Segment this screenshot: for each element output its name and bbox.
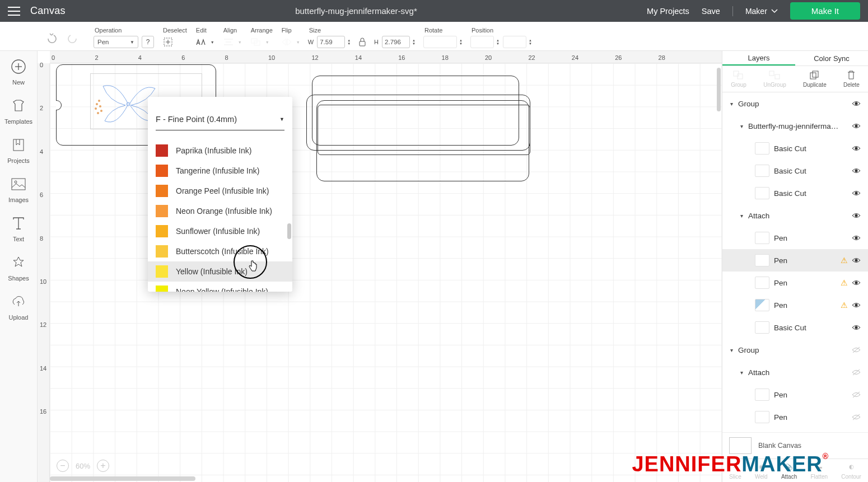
visibility-off-icon[interactable] bbox=[851, 368, 862, 376]
color-option[interactable]: Yellow (Infusible Ink) bbox=[148, 261, 292, 282]
ruler-tick: 10 bbox=[40, 278, 46, 285]
sidebar-item-shapes[interactable]: Shapes bbox=[8, 254, 29, 282]
deselect-label: Deselect bbox=[162, 27, 187, 34]
zoom-in-button[interactable]: + bbox=[97, 460, 109, 472]
zoom-value: 60% bbox=[76, 462, 90, 470]
height-value: 2.796 bbox=[385, 39, 401, 45]
machine-dropdown[interactable]: Maker bbox=[745, 7, 778, 16]
visibility-on-icon[interactable] bbox=[851, 167, 862, 175]
layer-row[interactable]: Pen⚠ bbox=[722, 272, 868, 294]
layer-row[interactable]: Pen bbox=[722, 406, 868, 428]
layer-row[interactable]: Pen⚠ bbox=[722, 294, 868, 316]
ruler-tick: 12 bbox=[311, 54, 318, 61]
color-name: Yellow (Infusible Ink) bbox=[176, 267, 248, 276]
ruler-tick: 4 bbox=[40, 148, 43, 155]
action-duplicate[interactable]: Duplicate bbox=[803, 70, 827, 88]
visibility-on-icon[interactable] bbox=[851, 212, 862, 219]
canvas-scrollbar-v[interactable] bbox=[717, 68, 721, 111]
arrange-icon bbox=[250, 36, 262, 48]
height-input[interactable]: 2.796 bbox=[382, 36, 410, 48]
select-all-icon[interactable] bbox=[162, 36, 174, 48]
sidebar-item-projects[interactable]: Projects bbox=[7, 136, 30, 164]
ruler-tick: 16 bbox=[398, 54, 405, 61]
visibility-on-icon[interactable] bbox=[851, 189, 862, 197]
trash-icon bbox=[847, 70, 856, 80]
height-stepper[interactable]: ▲▼ bbox=[412, 39, 416, 45]
color-option[interactable]: Neon Orange (Infusible Ink) bbox=[148, 201, 292, 221]
redo-icon[interactable] bbox=[66, 32, 78, 44]
sidebar-item-new[interactable]: New bbox=[10, 58, 27, 86]
layer-row[interactable]: Basic Cut bbox=[722, 137, 868, 160]
action-delete[interactable]: Delete bbox=[843, 70, 860, 88]
color-list-scrollbar[interactable] bbox=[287, 223, 291, 239]
visibility-on-icon[interactable] bbox=[851, 122, 862, 130]
sidebar-item-upload[interactable]: Upload bbox=[9, 293, 29, 321]
position-label: Position bbox=[470, 27, 532, 34]
layer-row[interactable]: Basic Cut bbox=[722, 182, 868, 204]
action-contour: ◐Contour bbox=[841, 462, 861, 480]
color-option[interactable]: Butterscotch (Infusible Ink) bbox=[148, 241, 292, 261]
canvas-area[interactable]: 0246810121416182022242628 0246810121416 bbox=[38, 51, 722, 482]
make-it-button[interactable]: Make It bbox=[790, 2, 860, 20]
pen-color-list: Paprika (Infusible Ink)Tangerine (Infusi… bbox=[148, 141, 292, 292]
layer-row[interactable]: ▾Butterfly-mug-jenniferma… bbox=[722, 115, 868, 137]
canvas-scrollbar-h[interactable] bbox=[50, 476, 195, 481]
sidebar-item-text[interactable]: Text bbox=[10, 214, 27, 242]
caret-icon[interactable]: ▾ bbox=[728, 347, 735, 353]
menu-hamburger-icon[interactable] bbox=[8, 7, 20, 16]
layer-row[interactable]: ▾Attach bbox=[722, 204, 868, 227]
zoom-out-button[interactable]: − bbox=[57, 460, 69, 472]
layer-row[interactable]: Pen bbox=[722, 383, 868, 406]
color-option[interactable]: Orange Peel (Infusible Ink) bbox=[148, 181, 292, 201]
layer-row[interactable]: Basic Cut bbox=[722, 160, 868, 182]
operation-select[interactable]: Pen ▼ bbox=[94, 36, 138, 48]
operation-label: Operation bbox=[94, 27, 154, 34]
visibility-on-icon[interactable] bbox=[851, 234, 862, 242]
sidebar-label: Upload bbox=[9, 314, 29, 321]
layer-row[interactable]: ▾Group bbox=[722, 339, 868, 361]
tab-layers[interactable]: Layers bbox=[722, 51, 795, 65]
visibility-on-icon[interactable] bbox=[851, 100, 862, 107]
visibility-on-icon[interactable] bbox=[851, 301, 862, 309]
watermark-part-b: MAKER bbox=[741, 452, 822, 476]
my-projects-link[interactable]: My Projects bbox=[647, 7, 689, 16]
layer-name: Pen bbox=[774, 413, 851, 422]
layer-row[interactable]: Pen bbox=[722, 227, 868, 249]
visibility-on-icon[interactable] bbox=[851, 256, 862, 264]
save-link[interactable]: Save bbox=[702, 7, 720, 16]
ruler-tick: 22 bbox=[528, 54, 535, 61]
caret-icon[interactable]: ▾ bbox=[738, 123, 745, 129]
width-stepper[interactable]: ▲▼ bbox=[347, 39, 351, 45]
pen-type-select[interactable]: F - Fine Point (0.4mm) ▼ bbox=[156, 110, 284, 130]
layer-row[interactable]: ▾Attach bbox=[722, 361, 868, 383]
visibility-on-icon[interactable] bbox=[851, 144, 862, 152]
color-option[interactable]: Paprika (Infusible Ink) bbox=[148, 141, 292, 161]
width-input[interactable]: 7.59 bbox=[317, 36, 345, 48]
layer-row[interactable]: Pen⚠ bbox=[722, 249, 868, 272]
visibility-on-icon[interactable] bbox=[851, 279, 862, 287]
visibility-off-icon[interactable] bbox=[851, 346, 862, 354]
visibility-off-icon[interactable] bbox=[851, 413, 862, 421]
sidebar-item-templates[interactable]: Templates bbox=[4, 97, 32, 125]
color-option[interactable]: Tangerine (Infusible Ink) bbox=[148, 161, 292, 181]
visibility-on-icon[interactable] bbox=[851, 324, 862, 331]
layer-row[interactable]: ▾Group bbox=[722, 92, 868, 115]
layer-row[interactable]: Basic Cut bbox=[722, 316, 868, 339]
color-swatch bbox=[156, 225, 168, 237]
sidebar-item-images[interactable]: Images bbox=[8, 175, 29, 203]
tab-colorsync[interactable]: Color Sync bbox=[795, 51, 868, 65]
color-option[interactable]: Neon Yellow (Infusible Ink) bbox=[148, 282, 292, 292]
undo-icon[interactable] bbox=[46, 32, 58, 44]
caret-icon[interactable]: ▾ bbox=[728, 101, 735, 107]
canvas-object-wrap-inner[interactable] bbox=[318, 105, 530, 155]
caret-icon[interactable]: ▾ bbox=[738, 213, 745, 219]
visibility-off-icon[interactable] bbox=[851, 391, 862, 399]
layer-thumb bbox=[755, 321, 769, 334]
layers-list: ▾Group▾Butterfly-mug-jenniferma…Basic Cu… bbox=[722, 92, 868, 432]
color-option[interactable]: Sunflower (Infusible Ink) bbox=[148, 221, 292, 241]
caret-icon[interactable]: ▾ bbox=[738, 369, 745, 376]
edit-icon[interactable] bbox=[195, 36, 207, 48]
operation-help-button[interactable]: ? bbox=[142, 36, 154, 48]
svg-point-36 bbox=[855, 282, 858, 284]
lock-icon[interactable] bbox=[356, 36, 368, 48]
